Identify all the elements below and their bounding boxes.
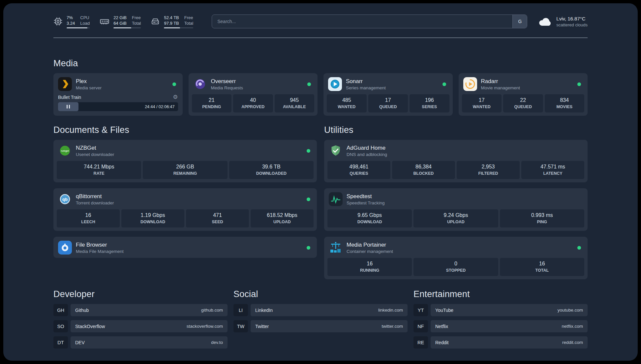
- bookmark-reddit[interactable]: RE Reddit reddit.com: [413, 336, 588, 349]
- disk-stats: 52.4 TB 97.9 TB Free Total: [164, 15, 193, 28]
- bookmark-name: Reddit: [435, 340, 448, 345]
- overseerr-card[interactable]: Overseerr Media Requests 21 PENDING 40 A…: [189, 73, 318, 116]
- sonarr-card[interactable]: Sonarr Series management 485 WANTED 17 Q…: [323, 73, 453, 116]
- radarr-card-head: Radarr Movie management: [462, 76, 585, 91]
- bookmark-group-title: Social: [233, 289, 408, 299]
- pause-button[interactable]: [58, 102, 78, 111]
- memory-values: 22 GiB 64 GiB: [113, 15, 127, 26]
- bookmark-dev[interactable]: DT DEV dev.to: [53, 336, 228, 349]
- overseerr-card-head: Overseerr Media Requests: [192, 76, 315, 91]
- memory-progress-track: [113, 27, 141, 28]
- memory-total-value: 64 GiB: [113, 20, 127, 26]
- bookmark-name: YouTube: [435, 308, 453, 313]
- speedtest-card[interactable]: Speedtest Speedtest Tracking 9.65 Gbps D…: [324, 188, 588, 231]
- bookmark-url: linkedin.com: [378, 308, 403, 313]
- adguard-titles: AdGuard Home DNS and adblocking: [347, 144, 387, 157]
- utilities-section: Utilities AdGuard Home: [324, 125, 588, 279]
- status-dot: [307, 246, 310, 250]
- memory-labels: Free Total: [132, 15, 141, 26]
- stat-label: QUERIES: [329, 171, 389, 176]
- stat-label: MOVIES: [546, 104, 583, 109]
- sonarr-card-head: Sonarr Series management: [327, 76, 449, 91]
- stat-value: 744.21 Mbps: [58, 164, 140, 170]
- utilities-section-title: Utilities: [324, 125, 588, 135]
- bookmark-github[interactable]: GH Github github.com: [53, 304, 228, 316]
- bookmark-name: Twitter: [255, 324, 269, 329]
- playback-progress-bar[interactable]: 24:44 / 02:06:47: [58, 102, 178, 111]
- adguard-card[interactable]: AdGuard Home DNS and adblocking 498,461 …: [324, 140, 588, 182]
- media-cards: Plex Media server Bullet Train ⚙: [53, 73, 588, 116]
- cloud-icon: [538, 16, 552, 27]
- stat-value: 16: [58, 212, 118, 219]
- memory-label-bottom: Total: [132, 20, 141, 26]
- stat-tile: 834 MOVIES: [545, 94, 585, 112]
- service-name: Media Portainer: [347, 241, 393, 248]
- documents-cards: nzbget NZBGet Usenet downloader 744.21 M…: [53, 140, 317, 258]
- status-dot: [307, 149, 310, 153]
- stat-tile: 744.21 Mbps RATE: [57, 161, 141, 179]
- qbittorrent-stats: 16 LEECH 1.19 Gbps DOWNLOAD 471 SEED 6: [57, 209, 314, 228]
- stat-tile: 485 WANTED: [327, 94, 367, 112]
- stat-label: APPROVED: [234, 104, 272, 109]
- now-playing-title: Bullet Train: [58, 95, 81, 100]
- stat-value: 16: [501, 260, 583, 267]
- disk-labels: Free Total: [184, 15, 193, 26]
- bookmark-abbr: RE: [413, 336, 428, 349]
- service-desc: Media File Management: [76, 249, 124, 254]
- stat-label: QUEUED: [504, 104, 542, 109]
- radarr-card[interactable]: Radarr Movie management 17 WANTED 22 QUE…: [459, 73, 588, 116]
- bookmark-bar: LinkedIn linkedin.com: [251, 304, 408, 316]
- bookmarks-section: Developer GH Github github.com SO StackO…: [53, 289, 588, 349]
- overseerr-titles: Overseerr Media Requests: [211, 78, 243, 91]
- service-desc: Media Requests: [211, 85, 243, 91]
- bookmark-linkedin[interactable]: LI LinkedIn linkedin.com: [233, 304, 408, 316]
- bookmark-twitter[interactable]: TW Twitter twitter.com: [233, 320, 408, 332]
- service-name: qBittorrent: [76, 193, 114, 200]
- bookmark-stackoverflow[interactable]: SO StackOverflow stackoverflow.com: [53, 320, 228, 332]
- service-name: Speedtest: [347, 193, 385, 200]
- disk-label-bottom: Total: [184, 20, 193, 26]
- dashboard-panel: 7% 3.24 CPU Load: [3, 3, 638, 361]
- documents-section: Documents & Files nzbget NZBGet U: [53, 125, 317, 258]
- utilities-cards: AdGuard Home DNS and adblocking 498,461 …: [324, 140, 588, 279]
- speedtest-titles: Speedtest Speedtest Tracking: [347, 193, 385, 206]
- search-provider-button[interactable]: G: [512, 15, 527, 28]
- portainer-card[interactable]: Media Portainer Container management 16 …: [324, 237, 588, 279]
- plex-card[interactable]: Plex Media server Bullet Train ⚙: [53, 73, 183, 116]
- bookmark-netflix[interactable]: NF Netflix netflix.com: [413, 320, 588, 332]
- stat-label: PENDING: [193, 104, 230, 109]
- filebrowser-card[interactable]: File Browser Media File Management: [53, 237, 317, 258]
- stat-tile: 945 AVAILABLE: [275, 94, 315, 112]
- weather-widget[interactable]: Lviv, 16.87°C scattered clouds: [538, 15, 588, 28]
- bookmark-group-entertainment: Entertainment YT YouTube youtube.com NF …: [413, 289, 588, 349]
- stat-value: 86,384: [393, 164, 454, 170]
- stat-tile: 21 PENDING: [192, 94, 232, 112]
- status-dot: [172, 82, 176, 86]
- speedtest-stats: 9.65 Gbps DOWNLOAD 9.24 Gbps UPLOAD 0.99…: [327, 209, 584, 228]
- stat-value: 0.993 ms: [501, 212, 583, 219]
- nzbget-card-head: nzbget NZBGet Usenet downloader: [57, 143, 314, 158]
- qbittorrent-card[interactable]: qb qBittorrent Torrent downloader 16 LEE…: [53, 188, 317, 231]
- bookmark-youtube[interactable]: YT YouTube youtube.com: [413, 304, 588, 316]
- gear-icon[interactable]: ⚙: [173, 94, 178, 100]
- plex-titles: Plex Media server: [76, 78, 102, 91]
- stat-value: 17: [370, 97, 407, 104]
- cpu-icon: [53, 17, 63, 26]
- stat-label: LATENCY: [523, 171, 583, 176]
- bookmark-group-title: Developer: [53, 289, 228, 299]
- stat-value: 618.52 Mbps: [252, 212, 312, 219]
- topbar: 7% 3.24 CPU Load: [53, 15, 588, 28]
- stat-tile: 17 QUEUED: [368, 94, 408, 112]
- stat-value: 945: [276, 97, 313, 104]
- search-input[interactable]: [212, 15, 527, 28]
- service-desc: Series management: [346, 85, 386, 91]
- stat-label: DOWNLOADED: [230, 171, 312, 176]
- cpu-load-value: 3.24: [67, 20, 75, 26]
- nzbget-card[interactable]: nzbget NZBGet Usenet downloader 744.21 M…: [53, 140, 317, 182]
- bookmark-abbr: TW: [233, 320, 248, 332]
- status-dot: [443, 82, 446, 86]
- bookmark-group-developer: Developer GH Github github.com SO StackO…: [53, 289, 228, 349]
- bookmark-group-title: Entertainment: [413, 289, 588, 299]
- overseerr-icon: [193, 77, 207, 91]
- bookmark-bar: YouTube youtube.com: [431, 304, 588, 316]
